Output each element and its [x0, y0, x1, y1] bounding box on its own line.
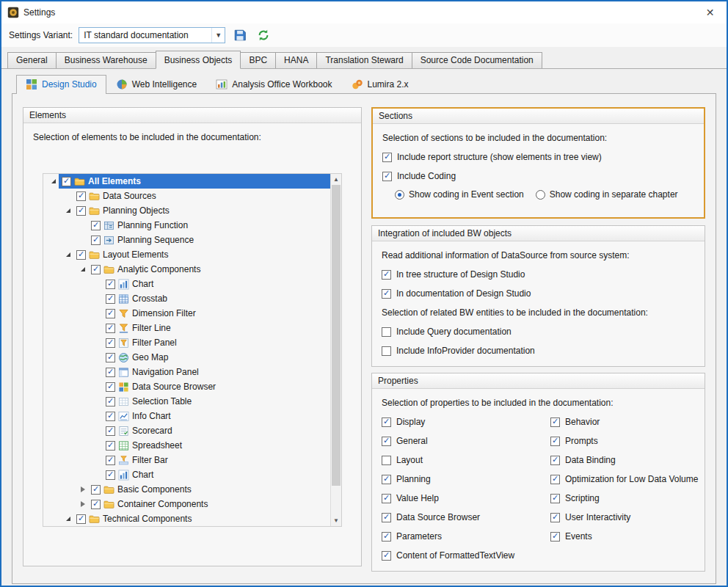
- checkbox[interactable]: [106, 294, 115, 304]
- tab-business-warehouse[interactable]: Business Warehouse: [56, 52, 156, 68]
- radio-button[interactable]: [395, 190, 404, 200]
- tree-item-crosstab[interactable]: Crosstab: [43, 291, 330, 306]
- checkbox-data-source-browser[interactable]: Data Source Browser: [382, 512, 541, 522]
- checkbox[interactable]: [382, 289, 391, 299]
- checkbox-include-query-documentation[interactable]: Include Query documentation: [382, 327, 705, 337]
- checkbox[interactable]: [550, 475, 560, 484]
- checkbox[interactable]: [106, 324, 115, 333]
- checkbox-include-report-structure-show-elements-in-tree-view[interactable]: Include report structure (show elements …: [382, 152, 704, 162]
- checkbox[interactable]: [382, 153, 392, 162]
- collapse-arrow-icon[interactable]: [48, 174, 59, 189]
- checkbox[interactable]: [382, 551, 391, 561]
- tree-item-info-chart[interactable]: Info Chart: [43, 409, 330, 423]
- checkbox[interactable]: [106, 338, 115, 348]
- checkbox[interactable]: [62, 177, 71, 186]
- scroll-up-icon[interactable]: [331, 174, 341, 185]
- tree-item-chart[interactable]: Chart: [43, 467, 330, 482]
- checkbox[interactable]: [76, 192, 86, 201]
- checkbox-planning[interactable]: Planning: [382, 474, 541, 484]
- radio-show-coding-in-event-section[interactable]: Show coding in Event section: [395, 189, 524, 200]
- tab-web-intelligence[interactable]: Web Intelligence: [106, 75, 207, 94]
- checkbox[interactable]: [106, 353, 115, 362]
- checkbox[interactable]: [106, 309, 115, 318]
- tree-item-layout-elements[interactable]: Layout Elements: [43, 247, 330, 262]
- checkbox[interactable]: [382, 172, 392, 181]
- tab-analysis-office-workbook[interactable]: Analysis Office Workbook: [206, 75, 341, 94]
- checkbox-general[interactable]: General: [382, 436, 541, 446]
- collapse-arrow-icon[interactable]: [62, 203, 73, 218]
- tree-item-planning-sequence[interactable]: Planning Sequence: [43, 233, 330, 247]
- checkbox[interactable]: [91, 221, 101, 230]
- tree-item-filter-line[interactable]: Filter Line: [43, 321, 330, 335]
- checkbox[interactable]: [106, 368, 115, 377]
- checkbox-user-interactivity[interactable]: User Interactivity: [550, 512, 698, 522]
- checkbox-parameters[interactable]: Parameters: [382, 531, 541, 542]
- checkbox-in-documentation-of-design-studio[interactable]: In documentation of Design Studio: [382, 288, 705, 299]
- radio-button[interactable]: [536, 190, 545, 200]
- tree-item-planning-objects[interactable]: Planning Objects: [43, 203, 330, 218]
- checkbox[interactable]: [91, 500, 101, 509]
- checkbox[interactable]: [91, 236, 101, 245]
- tab-source-code-documentation[interactable]: Source Code Documentation: [412, 52, 542, 68]
- checkbox[interactable]: [106, 397, 115, 406]
- tab-general[interactable]: General: [7, 52, 57, 68]
- checkbox[interactable]: [91, 265, 101, 274]
- checkbox-behavior[interactable]: Behavior: [550, 417, 698, 427]
- checkbox[interactable]: [106, 426, 115, 436]
- checkbox[interactable]: [382, 475, 391, 484]
- checkbox-include-infoprovider-documentation[interactable]: Include InfoProvider documentation: [382, 346, 705, 356]
- radio-show-coding-in-separate-chapter[interactable]: Show coding in separate chapter: [536, 189, 678, 200]
- checkbox[interactable]: [106, 456, 115, 465]
- refresh-button[interactable]: [255, 26, 272, 44]
- scroll-thumb[interactable]: [332, 185, 341, 486]
- checkbox-prompts[interactable]: Prompts: [550, 436, 698, 446]
- checkbox[interactable]: [106, 412, 115, 421]
- collapse-arrow-icon[interactable]: [77, 262, 88, 277]
- collapse-arrow-icon[interactable]: [62, 247, 73, 262]
- collapse-arrow-icon[interactable]: [62, 511, 73, 526]
- tree-item-filter-bar[interactable]: Filter Bar: [43, 453, 330, 467]
- tree-item-analytic-components[interactable]: Analytic Components: [43, 262, 330, 277]
- tab-business-objects[interactable]: Business Objects: [156, 51, 241, 69]
- tab-translation-steward[interactable]: Translation Steward: [316, 52, 412, 68]
- tree-item-chart[interactable]: Chart: [43, 277, 330, 291]
- checkbox[interactable]: [76, 514, 86, 524]
- checkbox-in-tree-structure-of-design-studio[interactable]: In tree structure of Design Studio: [382, 269, 705, 280]
- chevron-down-icon[interactable]: [211, 28, 225, 43]
- scroll-track[interactable]: [331, 185, 341, 515]
- checkbox[interactable]: [550, 532, 560, 542]
- checkbox-data-binding[interactable]: Data Binding: [550, 455, 698, 465]
- checkbox[interactable]: [550, 418, 560, 427]
- tree-item-planning-function[interactable]: Planning Function: [43, 218, 330, 233]
- checkbox[interactable]: [106, 280, 115, 289]
- checkbox-layout[interactable]: Layout: [382, 455, 541, 465]
- tree-item-all-elements[interactable]: All Elements: [43, 174, 330, 189]
- tree-item-data-sources[interactable]: Data Sources: [43, 189, 330, 203]
- checkbox[interactable]: [106, 470, 115, 480]
- checkbox[interactable]: [382, 346, 391, 356]
- checkbox-optimization-for-low-data-volume[interactable]: Optimization for Low Data Volume: [550, 474, 698, 484]
- tree-scrollbar[interactable]: [330, 174, 341, 526]
- checkbox[interactable]: [382, 327, 391, 337]
- expand-arrow-icon[interactable]: [77, 497, 88, 511]
- close-icon[interactable]: [694, 1, 727, 23]
- checkbox[interactable]: [550, 456, 560, 465]
- tree-item-selection-table[interactable]: Selection Table: [43, 394, 330, 409]
- tree-item-spreadsheet[interactable]: Spreadsheet: [43, 438, 330, 453]
- checkbox[interactable]: [91, 485, 101, 495]
- checkbox[interactable]: [550, 494, 560, 503]
- tree-item-basic-components[interactable]: Basic Components: [43, 482, 330, 497]
- checkbox[interactable]: [550, 513, 560, 522]
- checkbox[interactable]: [382, 270, 391, 280]
- checkbox[interactable]: [106, 441, 115, 451]
- save-button[interactable]: [231, 26, 249, 44]
- settings-variant-select[interactable]: IT standard documentation: [79, 27, 225, 43]
- checkbox[interactable]: [76, 250, 86, 260]
- checkbox[interactable]: [382, 513, 391, 522]
- checkbox[interactable]: [550, 437, 560, 446]
- tree-item-container-components[interactable]: Container Components: [43, 497, 330, 511]
- tree-item-data-source-browser[interactable]: Data Source Browser: [43, 379, 330, 394]
- checkbox-value-help[interactable]: Value Help: [382, 493, 541, 503]
- checkbox-events[interactable]: Events: [550, 531, 698, 542]
- checkbox-include-coding[interactable]: Include Coding: [382, 171, 704, 181]
